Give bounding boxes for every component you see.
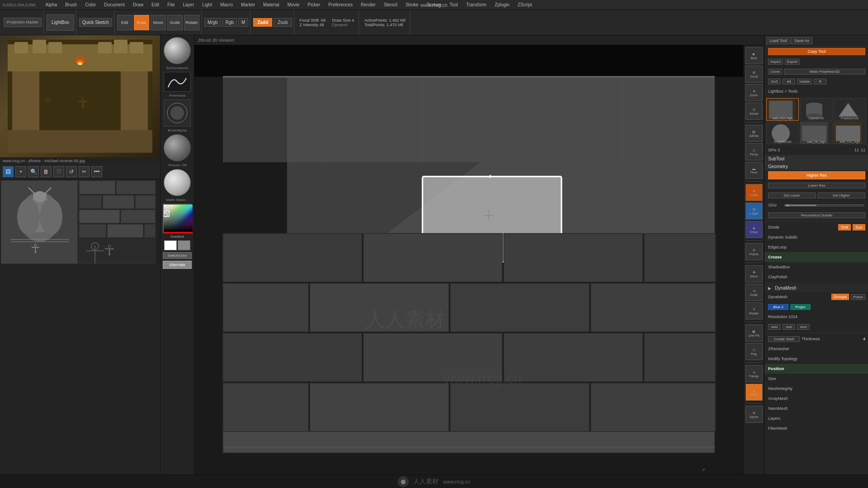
load-tool-button[interactable]: Load Tool: [766, 37, 790, 44]
menu-document[interactable]: Document: [102, 1, 127, 8]
background-color[interactable]: [178, 240, 190, 250]
rotate-icon-button[interactable]: ↺ Rotate: [745, 302, 763, 319]
subtool-header[interactable]: SubTool: [764, 155, 868, 163]
menu-alpha[interactable]: Alpha: [44, 1, 59, 8]
scale-tool-button[interactable]: Scale: [167, 15, 183, 30]
move-button[interactable]: ✥ Move: [745, 265, 763, 282]
menu-draw[interactable]: Draw: [131, 1, 145, 8]
m-button[interactable]: M: [238, 18, 248, 27]
aahal-button[interactable]: ▧ AAHal: [745, 125, 763, 142]
menu-stroke[interactable]: Stroke: [404, 1, 420, 8]
menu-layer[interactable]: Layer: [181, 1, 196, 8]
actual-button[interactable]: ⊡ Actual: [745, 103, 763, 120]
favorite-button[interactable]: ♡: [53, 166, 64, 177]
persp-button[interactable]: ◻ Persp: [745, 143, 763, 160]
menu-tool[interactable]: Tool: [448, 1, 460, 8]
groups-button[interactable]: Groups: [831, 294, 849, 300]
floor-button[interactable]: ▬ Floor: [745, 162, 763, 179]
lsym-button[interactable]: ⊞ L.Sym: [745, 202, 763, 220]
dynamesh-header[interactable]: ▶ DynaMesh: [764, 284, 868, 292]
rotate-tool-button[interactable]: Rotate: [184, 15, 199, 30]
menu-file[interactable]: File: [165, 1, 176, 8]
line-fill-button[interactable]: ▦ Line Fill: [745, 324, 763, 342]
color-picker[interactable]: [163, 204, 192, 233]
menu-color[interactable]: Color: [83, 1, 98, 8]
save-as-button[interactable]: Save As: [791, 37, 812, 44]
switch-color-button[interactable]: SwitchColor: [163, 252, 192, 259]
brush-alpha-preview[interactable]: [164, 99, 191, 127]
bpr-button[interactable]: ▶ Best: [745, 47, 763, 64]
copy-tool-button[interactable]: Copy Tool: [768, 48, 865, 55]
local-button[interactable]: ⊛ Local: [745, 184, 763, 201]
polish-button[interactable]: Polish: [851, 294, 865, 300]
import-button[interactable]: Import: [768, 59, 783, 65]
create-shell-button[interactable]: Create Shell: [768, 336, 800, 342]
visible-button[interactable]: Visible: [797, 79, 812, 84]
del-lower-button[interactable]: Del Lower: [768, 192, 816, 198]
zsub-button[interactable]: Zsub: [274, 18, 292, 27]
lower-res-button[interactable]: Lower Res: [768, 183, 865, 188]
projection-master-button[interactable]: Projection Master: [4, 18, 42, 28]
add-button[interactable]: Add: [768, 324, 781, 330]
subtool-item-3[interactable]: SimpleBrush: [766, 122, 799, 144]
subtool-item-5[interactable]: wall_010_high: [834, 122, 866, 144]
del-higher-button[interactable]: Del Higher: [818, 192, 866, 198]
edit-button[interactable]: Edit: [117, 15, 132, 30]
project-button[interactable]: Projec: [790, 304, 811, 310]
draw-button[interactable]: Draw: [134, 15, 149, 30]
reconstruct-subdiv-button[interactable]: Reconstruct Subdiv: [768, 212, 865, 218]
r-button[interactable]: R: [814, 79, 826, 84]
foreground-color[interactable]: [164, 240, 177, 250]
rgb-button[interactable]: Rgb: [222, 18, 237, 27]
goz-button[interactable]: GoZ: [768, 79, 781, 84]
menu-edit[interactable]: Edit: [150, 1, 161, 8]
menu-macro[interactable]: Macro: [218, 1, 235, 8]
brush-sphere[interactable]: [164, 37, 191, 64]
higher-res-button[interactable]: Higher Res: [768, 171, 865, 179]
menu-brush[interactable]: Brush: [63, 1, 79, 8]
texture-preview[interactable]: [164, 134, 191, 161]
thumb-scarab[interactable]: ☥: [1, 180, 78, 264]
zoom-button[interactable]: ⊕ Zoom: [745, 84, 763, 101]
subtool-item-0[interactable]: wall_010_high: [766, 98, 799, 121]
menu-zscript[interactable]: ZScript: [516, 1, 534, 8]
solo-button[interactable]: ● Solo: [745, 384, 763, 401]
menu-transform[interactable]: Transform: [464, 1, 488, 8]
suv-button[interactable]: Suv: [853, 224, 865, 230]
thumb-stone-wall[interactable]: ☥: [79, 180, 156, 264]
menu-stencil[interactable]: Stencil: [382, 1, 399, 8]
make-polymesh-button[interactable]: Make PolyMesh3D: [784, 69, 865, 75]
menu-picker[interactable]: Picker: [306, 1, 322, 8]
alternate-button[interactable]: Alternate: [163, 261, 192, 269]
image-mode-button[interactable]: 🖼: [3, 166, 14, 177]
menu-material[interactable]: Material: [261, 1, 281, 8]
menu-render[interactable]: Render: [359, 1, 377, 8]
rotate-thumbnail-button[interactable]: ↺: [66, 166, 77, 177]
blue2-button[interactable]: Blue 2: [768, 304, 788, 310]
mrgb-button[interactable]: Mrgb: [204, 18, 221, 27]
lightbox-button[interactable]: LightBox: [47, 14, 74, 31]
move-tool-button[interactable]: Move: [151, 15, 166, 30]
subtool-item-1[interactable]: Cylinder3D: [800, 98, 832, 121]
scroll-button[interactable]: ⊞ Scroll: [745, 66, 763, 83]
menu-marker[interactable]: Marker: [239, 1, 257, 8]
smt-button[interactable]: Smt: [838, 224, 851, 230]
menu-light[interactable]: Light: [200, 1, 214, 8]
material-preview[interactable]: [164, 169, 191, 196]
zadd-button[interactable]: Zadd: [253, 18, 272, 27]
quick-sketch-button[interactable]: Quick Sketch: [79, 18, 112, 27]
menu-zplugin[interactable]: Zplugin: [493, 1, 511, 8]
xpose-button[interactable]: ⊞ Xpose: [745, 406, 763, 423]
menu-movie[interactable]: Movie: [286, 1, 302, 8]
export-button[interactable]: Export: [785, 59, 800, 65]
sub-button[interactable]: Sub: [783, 324, 795, 330]
brush-stroke-preview[interactable]: [164, 72, 191, 92]
all-button[interactable]: All: [783, 79, 795, 84]
oxyz-button[interactable]: ◈ OXyz: [745, 221, 763, 238]
scale-icon-button[interactable]: ⇲ Scale: [745, 284, 763, 301]
clone-button[interactable]: Clone: [768, 69, 782, 75]
poly-button[interactable]: ⬡ Poly: [745, 343, 763, 360]
add-thumbnail-button[interactable]: +: [15, 166, 26, 177]
zoom-thumbnail-button[interactable]: 🔍: [28, 166, 39, 177]
more-button[interactable]: •••: [91, 166, 102, 177]
